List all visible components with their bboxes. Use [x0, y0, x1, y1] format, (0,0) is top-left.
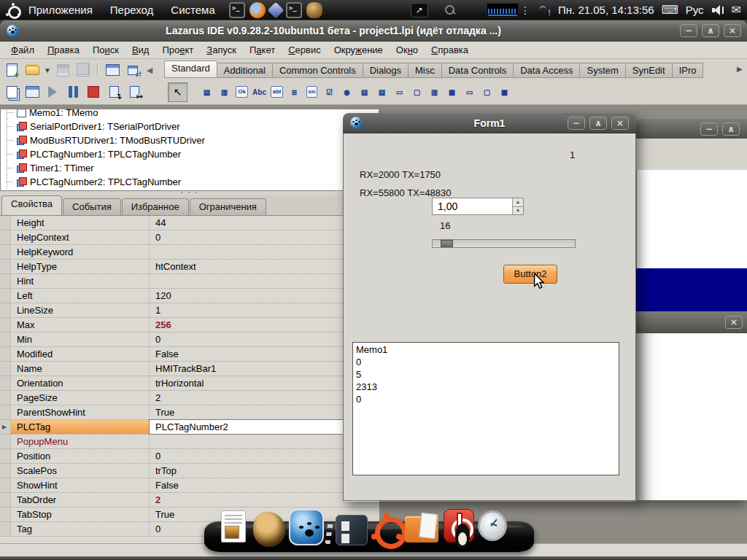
- Orientation[interactable]: Orientation trHorizontal: [0, 376, 379, 391]
- property-expand-gutter[interactable]: [0, 318, 11, 332]
- tgroupbox-component[interactable]: ▢: [409, 83, 425, 101]
- property-expand-gutter[interactable]: [0, 376, 11, 390]
- property-expand-gutter[interactable]: [0, 216, 11, 230]
- toggle-form-unit-button[interactable]: [124, 61, 142, 79]
- palette-tab-common-controls[interactable]: Common Controls: [273, 63, 363, 78]
- Name[interactable]: Name HMITrackBar1: [0, 362, 379, 376]
- ttogglebox-component[interactable]: on: [303, 83, 320, 101]
- mail-icon[interactable]: ✉: [732, 4, 741, 16]
- trackbar-thumb[interactable]: [441, 240, 453, 247]
- tpopupmenu-component[interactable]: ▥: [216, 83, 233, 101]
- form1-window[interactable]: Form1 −∧× 1 RX=2000 TX=1750 RX=55800 TX=…: [343, 113, 636, 502]
- menubar-item[interactable]: Пакет: [243, 42, 282, 58]
- pause-button[interactable]: [64, 83, 82, 101]
- dock-cheetah-image-icon[interactable]: [253, 512, 285, 547]
- property-expand-gutter[interactable]: [0, 449, 11, 463]
- PageSize[interactable]: PageSize 2: [0, 391, 379, 405]
- tmemo-component[interactable]: ≣: [286, 83, 303, 101]
- system-monitor-applet[interactable]: [487, 3, 519, 18]
- property-expand-gutter[interactable]: [0, 391, 11, 405]
- ubuntu-logo-icon[interactable]: [5, 3, 20, 18]
- Max[interactable]: Max 256: [0, 318, 379, 332]
- menubar-item[interactable]: Проект: [155, 42, 200, 58]
- tlistbox-component[interactable]: ▤: [356, 83, 373, 101]
- property-expand-gutter[interactable]: [0, 522, 11, 536]
- menubar-item[interactable]: Справка: [425, 42, 475, 58]
- tradiobutton-component[interactable]: ◉: [338, 83, 355, 101]
- run-button[interactable]: [44, 83, 61, 101]
- HelpType[interactable]: HelpType htContext: [0, 260, 379, 274]
- property-expand-gutter[interactable]: [0, 245, 11, 259]
- tmainmenu-component[interactable]: ▤: [198, 83, 215, 101]
- form1-titlebar[interactable]: Form1 −∧×: [343, 113, 636, 133]
- tree-item[interactable]: Timer1: TTimer: [1, 161, 379, 175]
- property-expand-gutter[interactable]: [0, 230, 11, 244]
- property-expand-gutter[interactable]: [0, 508, 11, 521]
- palette-tab-data-controls[interactable]: Data Controls: [442, 63, 514, 78]
- property-grid[interactable]: Height 44 HelpContext 0 HelpKeyword Help…: [0, 215, 379, 543]
- form1-close-button[interactable]: ×: [611, 117, 629, 130]
- panel-menu-system[interactable]: Система: [162, 0, 223, 20]
- toggle-form-button[interactable]: [104, 61, 121, 79]
- property-expand-gutter[interactable]: [0, 435, 11, 448]
- Min[interactable]: Min 0: [0, 332, 379, 347]
- dock-ubuntu-logo-icon[interactable]: [370, 512, 402, 544]
- property-expand-gutter[interactable]: [0, 493, 11, 507]
- tree-item[interactable]: PLCTagNumber2: TPLCTagNumber: [1, 175, 379, 189]
- new-unit-button[interactable]: [3, 61, 20, 79]
- Height[interactable]: Height 44: [0, 216, 379, 230]
- view-forms-button[interactable]: [23, 83, 41, 101]
- palette-tab-standard[interactable]: Standard: [164, 61, 217, 78]
- ide-minimize-button[interactable]: −: [680, 24, 697, 37]
- tradiogroup-component[interactable]: ▥: [426, 83, 443, 101]
- oi-tab-restrictions[interactable]: Ограничения: [190, 198, 266, 215]
- menubar-item[interactable]: Вид: [125, 42, 156, 58]
- property-expand-gutter[interactable]: [0, 260, 11, 273]
- tactionlist-component[interactable]: ▦: [496, 83, 513, 101]
- ShowHint[interactable]: ShowHint False: [0, 478, 379, 493]
- property-expand-gutter[interactable]: [0, 347, 11, 361]
- tcheckbox-component[interactable]: ☑: [321, 83, 338, 101]
- menubar-item[interactable]: Сервис: [282, 42, 328, 58]
- volume-icon[interactable]: [711, 4, 724, 16]
- background-window[interactable]: ×: [636, 311, 747, 500]
- palette-tab-system[interactable]: System: [580, 63, 625, 78]
- dock-folder-icon[interactable]: [405, 512, 438, 544]
- network-status-icon[interactable]: [538, 5, 551, 15]
- keyboard-layout-label[interactable]: Рус: [686, 4, 704, 16]
- palette-scroll-right-button[interactable]: ▶: [737, 63, 746, 75]
- palette-scroll-left-button[interactable]: ◀: [144, 61, 155, 79]
- button2[interactable]: Button2: [503, 265, 557, 284]
- PLCTag[interactable]: PLCTag PLCTagNumber2: [0, 420, 379, 435]
- ParentShowHint[interactable]: ParentShowHint True: [0, 405, 379, 420]
- Left[interactable]: Left 120: [0, 289, 379, 303]
- form1-maximize-button[interactable]: ∧: [589, 117, 607, 130]
- object-inspector-tree[interactable]: Memo1: TMemo SerialPortDriver1: TSerialP…: [0, 109, 379, 191]
- ScalePos[interactable]: ScalePos trTop: [0, 464, 379, 478]
- trackbar[interactable]: [432, 239, 576, 248]
- tree-item[interactable]: SerialPortDriver1: TSerialPortDriver: [1, 120, 379, 133]
- notification-dots-icon[interactable]: ⋮: [520, 5, 530, 15]
- tlabel-component[interactable]: Abc: [251, 83, 268, 101]
- form1-minimize-button[interactable]: −: [568, 117, 585, 130]
- property-expand-gutter[interactable]: [0, 420, 11, 434]
- Position[interactable]: Position 0: [0, 449, 379, 464]
- property-expand-gutter[interactable]: [0, 303, 11, 317]
- bgwin2-close-button[interactable]: ×: [725, 316, 743, 329]
- cheetah-app-icon[interactable]: [306, 2, 322, 18]
- PopupMenu[interactable]: PopupMenu: [0, 435, 379, 449]
- menubar-item[interactable]: Запуск: [200, 42, 243, 58]
- source-editor-window[interactable]: −∧: [636, 119, 747, 311]
- palette-tab-synedit[interactable]: SynEdit: [626, 63, 673, 78]
- dock-tux-icon[interactable]: [453, 524, 472, 550]
- source-editor-titlebar[interactable]: −∧: [636, 119, 747, 139]
- oi-tab-events[interactable]: События: [63, 198, 121, 215]
- step-over-button[interactable]: [125, 83, 143, 101]
- tcombobox-component[interactable]: ▤: [374, 83, 390, 101]
- bgwin-maximize-button[interactable]: ∧: [722, 122, 740, 136]
- palette-tab-dialogs[interactable]: Dialogs: [363, 63, 409, 78]
- Modified[interactable]: Modified False: [0, 347, 379, 362]
- tedit-component[interactable]: abI: [268, 83, 285, 101]
- spin-edit-value[interactable]: 1,00: [433, 198, 512, 214]
- virtualbox-icon[interactable]: [267, 1, 284, 18]
